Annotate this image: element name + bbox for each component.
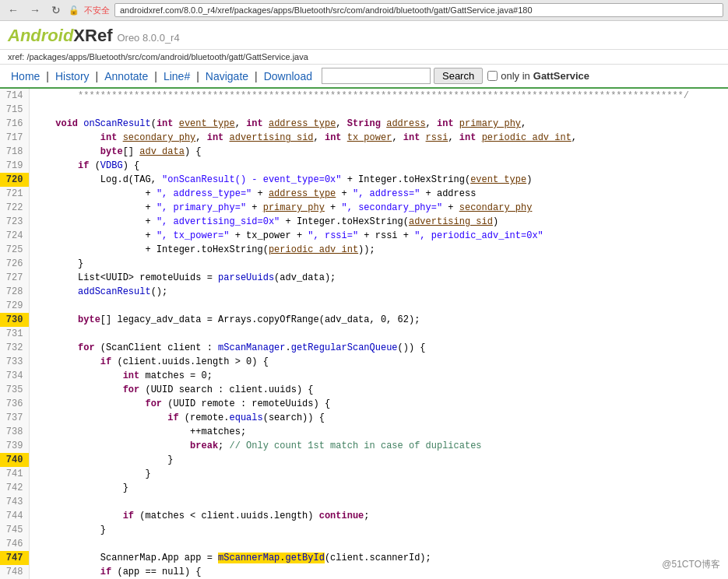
table-row: 734 int matches = 0; (0, 369, 728, 383)
line-num[interactable]: 732 (0, 341, 30, 355)
line-num[interactable]: 739 (0, 439, 30, 453)
search-input[interactable] (322, 68, 431, 84)
nav-annotate[interactable]: Annotate (101, 68, 151, 84)
code-cell: + ", primary_phy=" + primary_phy + ", se… (30, 201, 728, 215)
table-row: 738 ++matches; (0, 425, 728, 439)
nav-sep-5: | (251, 70, 261, 82)
code-cell: } (30, 523, 728, 537)
code-cell: List<UUID> remoteUuids = parseUuids(adv_… (30, 271, 728, 285)
nav-line[interactable]: Line# (160, 68, 193, 84)
address-bar[interactable] (114, 3, 723, 17)
line-num[interactable]: 740 (0, 453, 30, 467)
code-cell: for (UUID search : client.uuids) { (30, 383, 728, 397)
code-cell: if (VDBG) { (30, 159, 728, 173)
table-row: 716 void onScanResult(int event_type, in… (0, 117, 728, 131)
line-num[interactable]: 716 (0, 117, 30, 131)
code-cell: ++matches; (30, 425, 728, 439)
code-cell: int matches = 0; (30, 369, 728, 383)
line-num[interactable]: 745 (0, 523, 30, 537)
forward-button[interactable]: → (26, 2, 44, 18)
line-num[interactable]: 717 (0, 131, 30, 145)
line-num[interactable]: 724 (0, 229, 30, 243)
line-num[interactable]: 725 (0, 243, 30, 257)
refresh-button[interactable]: ↻ (48, 2, 64, 18)
line-num[interactable]: 715 (0, 103, 30, 117)
line-num[interactable]: 742 (0, 481, 30, 495)
line-num[interactable]: 747 (0, 551, 30, 565)
code-cell: byte[] legacy_adv_data = Arrays.copyOfRa… (30, 313, 728, 327)
code-table: 714 ************************************… (0, 89, 728, 579)
table-row: 715 (0, 103, 728, 117)
code-cell: break; // Only count 1st match in case o… (30, 439, 728, 453)
line-num[interactable]: 748 (0, 565, 30, 579)
table-row: 727 List<UUID> remoteUuids = parseUuids(… (0, 271, 728, 285)
nav-download[interactable]: Download (261, 68, 315, 84)
line-num[interactable]: 741 (0, 467, 30, 481)
table-row: 737 if (remote.equals(search)) { (0, 411, 728, 425)
code-cell: if (remote.equals(search)) { (30, 411, 728, 425)
search-button[interactable]: Search (434, 68, 483, 84)
code-cell: void onScanResult(int event_type, int ad… (30, 117, 728, 131)
line-num[interactable]: 718 (0, 145, 30, 159)
code-cell: } (30, 481, 728, 495)
nav-bar: Home | History | Annotate | Line# | Navi… (0, 65, 728, 89)
code-cell (30, 327, 728, 341)
line-num[interactable]: 722 (0, 201, 30, 215)
line-num[interactable]: 735 (0, 383, 30, 397)
breadcrumb: xref: /packages/apps/Bluetooth/src/com/a… (0, 50, 728, 65)
nav-sep-1: | (43, 70, 52, 82)
table-row: 730 byte[] legacy_adv_data = Arrays.copy… (0, 313, 728, 327)
table-row: 731 (0, 327, 728, 341)
line-num[interactable]: 746 (0, 537, 30, 551)
table-row: 748 if (app == null) { (0, 565, 728, 579)
nav-navigate[interactable]: Navigate (202, 68, 251, 84)
line-num[interactable]: 738 (0, 425, 30, 439)
code-cell: + ", advertising_sid=0x" + Integer.toHex… (30, 215, 728, 229)
service-name: GattService (533, 70, 589, 82)
table-row: 733 if (client.uuids.length > 0) { (0, 355, 728, 369)
code-cell: + ", address_type=" + address_type + ", … (30, 187, 728, 201)
code-cell: + Integer.toHexString(periodic_adv_int))… (30, 243, 728, 257)
table-row: 725 + Integer.toHexString(periodic_adv_i… (0, 243, 728, 257)
line-num[interactable]: 719 (0, 159, 30, 173)
line-num[interactable]: 743 (0, 495, 30, 509)
code-cell: byte[] adv_data) { (30, 145, 728, 159)
table-row: 746 (0, 537, 728, 551)
table-row: 747 ScannerMap.App app = mScannerMap.get… (0, 551, 728, 565)
nav-home[interactable]: Home (8, 68, 43, 84)
line-num[interactable]: 734 (0, 369, 30, 383)
line-num[interactable]: 730 (0, 313, 30, 327)
table-row: 721 + ", address_type=" + address_type +… (0, 187, 728, 201)
table-row: 745 } (0, 523, 728, 537)
line-num[interactable]: 737 (0, 411, 30, 425)
table-row: 719 if (VDBG) { (0, 159, 728, 173)
line-num[interactable]: 721 (0, 187, 30, 201)
code-cell: for (UUID remote : remoteUuids) { (30, 397, 728, 411)
table-row: 723 + ", advertising_sid=0x" + Integer.t… (0, 215, 728, 229)
line-num[interactable]: 726 (0, 257, 30, 271)
line-num[interactable]: 744 (0, 509, 30, 523)
back-button[interactable]: ← (5, 2, 22, 18)
only-in-checkbox[interactable] (487, 71, 498, 81)
table-row: 728 addScanResult(); (0, 285, 728, 299)
only-in-text: only in (501, 70, 530, 82)
line-num[interactable]: 720 (0, 173, 30, 187)
code-cell (30, 495, 728, 509)
line-num[interactable]: 731 (0, 327, 30, 341)
code-cell: int secondary_phy, int advertising_sid, … (30, 131, 728, 145)
line-num[interactable]: 736 (0, 397, 30, 411)
nav-history[interactable]: History (52, 68, 93, 84)
code-cell (30, 103, 728, 117)
line-num[interactable]: 727 (0, 271, 30, 285)
line-num[interactable]: 723 (0, 215, 30, 229)
code-cell: ScannerMap.App app = mScannerMap.getById… (30, 551, 728, 565)
code-cell: for (ScanClient client : mScanManager.ge… (30, 341, 728, 355)
code-cell: ****************************************… (30, 89, 728, 103)
only-in-label: only in GattService (487, 70, 589, 82)
line-num[interactable]: 733 (0, 355, 30, 369)
line-num[interactable]: 729 (0, 299, 30, 313)
watermark: @51CTO博客 (662, 558, 720, 571)
line-num[interactable]: 714 (0, 89, 30, 103)
table-row: 741 } (0, 467, 728, 481)
line-num[interactable]: 728 (0, 285, 30, 299)
